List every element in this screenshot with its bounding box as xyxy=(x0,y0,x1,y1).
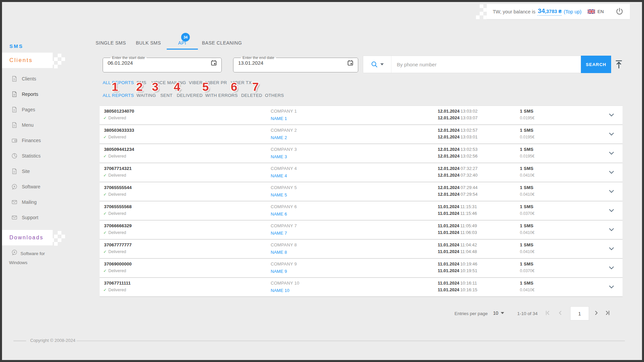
sender-name-link[interactable]: NAME 9 xyxy=(271,269,287,274)
sent-datetime: 12.01.202413:02:57 xyxy=(438,128,478,133)
table-row[interactable]: 37065555568 ✓Delivered COMPANY 6 NAME 6 … xyxy=(100,201,623,221)
delivered-time: 11:04:48 xyxy=(460,249,477,254)
sidebar-section-downloads[interactable]: Downloads xyxy=(0,230,53,245)
sidebar-item-pages[interactable]: Pages xyxy=(0,102,80,117)
previous-page-button[interactable] xyxy=(558,310,562,315)
expand-chevron-icon[interactable] xyxy=(609,209,614,212)
entries-per-page-select[interactable]: 10 xyxy=(493,310,504,316)
status-filter-others[interactable]: OTHERS xyxy=(265,93,284,98)
tab-base-cleaning[interactable]: BASE CLEANING xyxy=(202,37,242,49)
sender-name-link[interactable]: NAME 8 xyxy=(271,250,287,255)
calendar-icon[interactable] xyxy=(211,60,217,66)
status-filter-sent[interactable]: SENT xyxy=(160,93,172,98)
balance-amount[interactable]: 34,3783 ₴ xyxy=(538,7,561,16)
sidebar-item-finances[interactable]: Finances xyxy=(0,133,80,148)
channel-filter-all-reports[interactable]: ALL REPORTS xyxy=(103,80,134,85)
calendar-icon[interactable] xyxy=(347,60,353,66)
tab-bulk-sms[interactable]: BULK SMS xyxy=(136,37,161,49)
table-row[interactable]: 37066666329 ✓Delivered COMPANY 7 NAME 7 … xyxy=(100,221,623,240)
sidebar-item-label: Support xyxy=(22,215,38,220)
expand-chevron-icon[interactable] xyxy=(609,247,614,250)
search-icon xyxy=(371,61,378,68)
sms-price: 0.0195€ xyxy=(520,135,534,139)
end-date-field[interactable]: Enter the end date 13.01.2024 xyxy=(233,56,358,72)
expand-chevron-icon[interactable] xyxy=(609,171,614,174)
sidebar-item-mailing[interactable]: Mailing xyxy=(0,194,80,210)
tab-single-sms[interactable]: SINGLE SMS xyxy=(96,37,126,49)
sidebar-item-label: Clients xyxy=(22,76,36,81)
sms-price: 0.0410€ xyxy=(520,288,534,292)
search-button[interactable]: SEARCH xyxy=(581,56,611,73)
table-row[interactable]: 380503633333 ✓Delivered COMPANY 2 NAME 2… xyxy=(100,125,623,144)
sent-time: 11:04:42 xyxy=(460,242,477,247)
search-type-dropdown[interactable] xyxy=(363,56,391,73)
sidebar-item-support[interactable]: Support xyxy=(0,210,80,225)
sender-name-link[interactable]: NAME 7 xyxy=(271,231,287,236)
upload-icon[interactable] xyxy=(615,60,623,69)
sidebar-section-clients[interactable]: Clients xyxy=(0,53,53,68)
channel-filter-viber-pr[interactable]: VIBER PR xyxy=(206,80,227,85)
sidebar-item-menu[interactable]: Menu xyxy=(0,117,80,133)
sender-name-link[interactable]: NAME 4 xyxy=(271,173,287,178)
sidebar-item-site[interactable]: Site xyxy=(0,164,80,179)
table-row[interactable]: 37067711111 ✓Delivered COMPANY 10 NAME 1… xyxy=(100,278,623,297)
last-page-button[interactable] xyxy=(604,310,610,315)
status-filter-with-errors[interactable]: WITH ERRORS xyxy=(205,93,238,98)
table-row[interactable]: 37069000000 ✓Delivered COMPANY 9 NAME 9 … xyxy=(100,259,623,278)
start-date-label: Enter the start date xyxy=(110,56,147,60)
annotation-number-5: 5 xyxy=(202,81,209,93)
sms-price: 0.0370€ xyxy=(520,211,534,216)
expand-chevron-icon[interactable] xyxy=(609,190,614,193)
expand-chevron-icon[interactable] xyxy=(609,228,614,231)
status-filter-all-reports[interactable]: ALL REPORTS xyxy=(103,93,134,98)
table-row[interactable]: 380509441234 ✓Delivered COMPANY 3 NAME 3… xyxy=(100,144,623,163)
channel-filter-viber[interactable]: VIBER xyxy=(189,80,203,85)
start-date-value[interactable]: 06.01.2024 xyxy=(108,60,133,66)
sidebar-item-clients[interactable]: Clients xyxy=(0,71,80,86)
phone-number: 37067777777 xyxy=(104,242,132,247)
logout-power-icon[interactable] xyxy=(615,7,624,16)
sender-name-link[interactable]: NAME 5 xyxy=(271,192,287,197)
delivered-date: 12.01.2024 xyxy=(438,115,460,120)
delivered-date: 11.01.2024 xyxy=(438,249,459,254)
end-date-value[interactable]: 13.01.2024 xyxy=(238,60,263,66)
check-icon: ✓ xyxy=(103,116,107,120)
sender-name-link[interactable]: NAME 3 xyxy=(271,154,287,159)
entries-per-page-value: 10 xyxy=(493,310,498,316)
table-row[interactable]: 37065555544 ✓Delivered COMPANY 5 NAME 5 … xyxy=(100,182,623,201)
pie-chart-icon xyxy=(11,153,17,159)
expand-chevron-icon[interactable] xyxy=(609,113,614,117)
sidebar-item-software-for-windows[interactable]: Software for Windows xyxy=(9,249,60,267)
sidebar-item-reports[interactable]: Reports xyxy=(0,86,80,102)
sent-date: 12.01.2024 xyxy=(438,128,460,133)
sender-name-link[interactable]: NAME 1 xyxy=(271,116,287,121)
table-row[interactable]: 37067777777 ✓Delivered COMPANY 8 NAME 8 … xyxy=(100,240,623,259)
sidebar-item-software[interactable]: Software xyxy=(0,179,80,194)
expand-chevron-icon[interactable] xyxy=(609,266,614,269)
sender-name-link[interactable]: NAME 2 xyxy=(271,135,287,140)
status-filter-waiting[interactable]: WAITING xyxy=(137,93,156,98)
search-input[interactable] xyxy=(391,62,581,67)
expand-chevron-icon[interactable] xyxy=(609,132,614,136)
start-date-field[interactable]: Enter the start date 06.01.2024 xyxy=(103,56,222,72)
table-row[interactable]: 37067714321 ✓Delivered COMPANY 4 NAME 4 … xyxy=(100,163,623,182)
next-page-button[interactable] xyxy=(594,310,598,315)
sender-name-link[interactable]: NAME 6 xyxy=(271,212,287,217)
table-row[interactable]: 380501234070 ✓Delivered COMPANY 1 NAME 1… xyxy=(100,106,623,125)
expand-chevron-icon[interactable] xyxy=(609,285,614,289)
status-filter-deleted[interactable]: DELETED xyxy=(241,93,262,98)
top-up-link[interactable]: (Top up) xyxy=(564,9,581,14)
delivered-time: 11:15:46 xyxy=(460,211,477,216)
sidebar-item-statistics[interactable]: Statistics xyxy=(0,148,80,164)
sender-name-link[interactable]: NAME 10 xyxy=(271,288,289,293)
sidebar-section-sms[interactable]: SMS xyxy=(0,40,23,53)
sidebar-item-label: Reports xyxy=(22,92,38,97)
status-filter-delivered[interactable]: DELIVERED xyxy=(177,93,203,98)
current-page-input[interactable]: 1 xyxy=(570,306,589,320)
check-icon: ✓ xyxy=(103,268,107,273)
language-switcher[interactable]: EN xyxy=(588,9,604,14)
annotation-number-6: 6 xyxy=(231,81,237,93)
envelope-icon xyxy=(11,215,17,221)
first-page-button[interactable] xyxy=(545,310,551,315)
expand-chevron-icon[interactable] xyxy=(609,152,614,155)
